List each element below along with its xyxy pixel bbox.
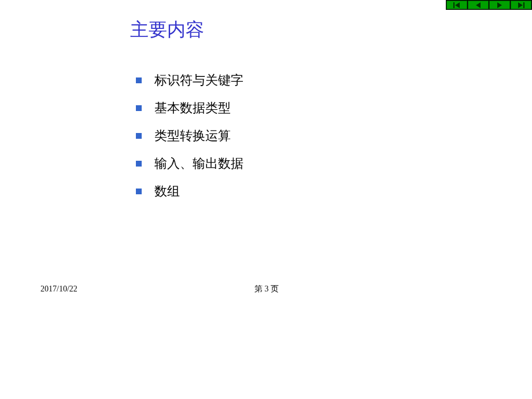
svg-rect-0 xyxy=(453,2,455,8)
footer-page-number: 第 3 页 xyxy=(254,284,279,294)
bullet-list: 标识符与关键字 基本数据类型 类型转换运算 输入、输出数据 数组 xyxy=(130,72,497,200)
first-slide-button[interactable] xyxy=(446,1,467,9)
list-item: 数组 xyxy=(136,183,497,200)
bullet-icon xyxy=(136,105,142,111)
bullet-text: 类型转换运算 xyxy=(154,127,231,145)
list-item: 标识符与关键字 xyxy=(136,72,497,89)
svg-marker-2 xyxy=(476,2,481,8)
list-item: 类型转换运算 xyxy=(136,127,497,145)
bullet-text: 数组 xyxy=(154,183,180,200)
bullet-text: 标识符与关键字 xyxy=(154,72,243,89)
bullet-text: 基本数据类型 xyxy=(154,99,231,117)
list-item: 输入、输出数据 xyxy=(136,155,497,172)
next-icon xyxy=(496,2,503,8)
first-icon xyxy=(453,2,460,8)
next-slide-button[interactable] xyxy=(489,1,510,9)
navigation-bar xyxy=(446,0,532,10)
list-item: 基本数据类型 xyxy=(136,99,497,117)
bullet-icon xyxy=(136,189,142,194)
bullet-icon xyxy=(136,133,142,139)
svg-marker-1 xyxy=(455,2,460,8)
bullet-icon xyxy=(136,161,142,167)
slide-title: 主要内容 xyxy=(130,17,497,43)
bullet-text: 输入、输出数据 xyxy=(154,155,243,172)
prev-slide-button[interactable] xyxy=(468,1,489,9)
prev-icon xyxy=(475,2,482,8)
svg-rect-5 xyxy=(523,2,524,8)
last-slide-button[interactable] xyxy=(511,1,531,9)
last-icon xyxy=(518,2,524,8)
bullet-icon xyxy=(136,77,142,83)
slide-content: 主要内容 标识符与关键字 基本数据类型 类型转换运算 输入、输出数据 数组 xyxy=(130,17,497,210)
svg-marker-4 xyxy=(518,2,523,8)
footer-date: 2017/10/22 xyxy=(40,285,77,294)
svg-marker-3 xyxy=(497,2,502,8)
